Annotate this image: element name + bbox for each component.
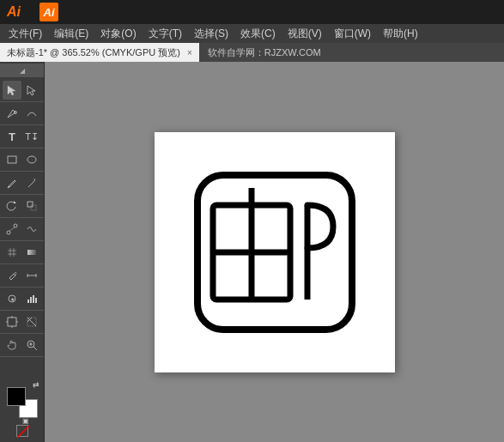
measure-icon — [26, 269, 38, 282]
menu-text[interactable]: 文字(T) — [143, 25, 187, 43]
svg-rect-19 — [35, 298, 37, 303]
curvature-icon — [26, 107, 38, 119]
menu-edit[interactable]: 编辑(E) — [49, 25, 94, 43]
ai-logo: Ai — [7, 4, 33, 20]
blend-tool[interactable] — [3, 220, 21, 239]
artboard-tool[interactable] — [3, 312, 21, 331]
mesh-icon — [6, 246, 18, 258]
color-mode-row — [16, 425, 28, 437]
svg-marker-0 — [8, 86, 15, 95]
menu-effect[interactable]: 效果(C) — [235, 25, 281, 43]
ellipse-icon — [26, 154, 38, 166]
direct-select-icon — [26, 84, 38, 96]
menu-object[interactable]: 对象(O) — [95, 25, 141, 43]
hand-tool[interactable] — [3, 336, 21, 354]
type-tool[interactable]: T — [3, 127, 21, 146]
brush-icon — [26, 177, 38, 189]
svg-line-27 — [33, 347, 37, 350]
svg-rect-20 — [8, 318, 16, 326]
menu-view[interactable]: 视图(V) — [282, 25, 327, 43]
gradient-icon — [26, 246, 38, 258]
ruler-corner: ◢ — [0, 64, 44, 77]
mesh-tool[interactable] — [3, 243, 21, 262]
eyedropper-icon — [6, 269, 18, 282]
tab-title: 未标题-1* @ 365.52% (CMYK/GPU 预览) — [7, 46, 180, 59]
measure-tool[interactable] — [22, 266, 41, 285]
scale-icon — [26, 200, 38, 212]
foreground-color-swatch[interactable] — [7, 387, 26, 406]
zoom-icon — [26, 339, 38, 351]
type-icon: T — [9, 130, 15, 143]
menu-help[interactable]: 帮助(H) — [378, 25, 423, 43]
svg-rect-10 — [27, 250, 36, 255]
app-icon: Ai — [39, 3, 58, 21]
selection-tools — [0, 79, 44, 102]
effect-tools — [0, 218, 44, 241]
touch-type-tool[interactable]: T↧ — [22, 127, 41, 146]
gradient-tools — [0, 241, 44, 264]
curvature-tool[interactable] — [22, 104, 41, 123]
gradient-tool[interactable] — [22, 243, 41, 262]
tab-close-button[interactable]: × — [187, 48, 192, 58]
swap-colors-button[interactable]: ⇄ — [33, 380, 39, 389]
touch-type-icon: T↧ — [25, 131, 39, 142]
zoom-tool[interactable] — [22, 336, 41, 354]
svg-rect-16 — [27, 300, 29, 303]
brush-tool[interactable] — [22, 173, 41, 192]
symbol-tools: ★ — [0, 288, 44, 311]
no-color-swatch[interactable] — [16, 425, 28, 437]
warp-tool[interactable] — [22, 220, 41, 239]
direct-select-tool[interactable] — [22, 81, 41, 100]
select-tool[interactable] — [3, 81, 21, 100]
sample-tools — [0, 264, 44, 288]
symbol-tool[interactable]: ★ — [3, 289, 21, 308]
graph-icon — [26, 293, 38, 305]
svg-text:★: ★ — [10, 297, 15, 302]
main-layout: ◢ — [0, 62, 504, 442]
icon-artwork — [189, 167, 361, 338]
svg-point-8 — [7, 231, 10, 234]
active-tab[interactable]: 未标题-1* @ 365.52% (CMYK/GPU 预览) × — [0, 43, 199, 62]
pen-tools — [0, 102, 44, 125]
tab-bar: 未标题-1* @ 365.52% (CMYK/GPU 预览) × 软件自学网：R… — [0, 43, 504, 62]
tab-website: 软件自学网：RJZXW.COM — [199, 43, 504, 62]
svg-rect-3 — [8, 156, 16, 163]
svg-rect-7 — [31, 205, 36, 210]
reset-colors-button[interactable]: ▣ — [22, 417, 29, 425]
slice-tool[interactable] — [22, 312, 41, 331]
pen-icon — [6, 107, 18, 119]
menu-file[interactable]: 文件(F) — [3, 25, 47, 43]
svg-marker-5 — [14, 201, 16, 203]
rectangle-icon — [6, 154, 18, 166]
artboard-tools — [0, 311, 44, 334]
artboard — [155, 132, 395, 372]
svg-marker-1 — [27, 86, 35, 95]
app-icon-text: Ai — [44, 6, 55, 19]
eyedropper-tool[interactable] — [3, 266, 21, 285]
pencil-tool[interactable] — [3, 173, 21, 192]
rectangle-tool[interactable] — [3, 150, 21, 169]
pencil-icon — [6, 177, 18, 189]
transform-tools — [0, 195, 44, 218]
warp-icon — [26, 223, 38, 235]
graph-tool[interactable] — [22, 289, 41, 308]
blend-icon — [6, 223, 18, 235]
color-swatches: ⇄ ▣ — [3, 384, 41, 440]
menu-window[interactable]: 窗口(W) — [329, 25, 376, 43]
canvas-area — [45, 62, 504, 442]
svg-rect-17 — [30, 297, 32, 303]
ellipse-tool[interactable] — [22, 150, 41, 169]
shape-tools — [0, 148, 44, 172]
hand-icon — [6, 339, 18, 351]
svg-rect-18 — [33, 295, 34, 303]
title-bar: Ai Ai — [0, 0, 504, 24]
menu-bar: 文件(F) 编辑(E) 对象(O) 文字(T) 选择(S) 效果(C) 视图(V… — [0, 24, 504, 43]
select-icon — [6, 84, 18, 96]
pen-tool[interactable] — [3, 104, 21, 123]
rotate-tool[interactable] — [3, 197, 21, 215]
artboard-icon — [6, 316, 18, 328]
menu-select[interactable]: 选择(S) — [189, 25, 234, 43]
scale-tool[interactable] — [22, 197, 41, 215]
symbol-icon: ★ — [6, 293, 18, 305]
fg-bg-colors[interactable]: ⇄ ▣ — [7, 387, 38, 418]
